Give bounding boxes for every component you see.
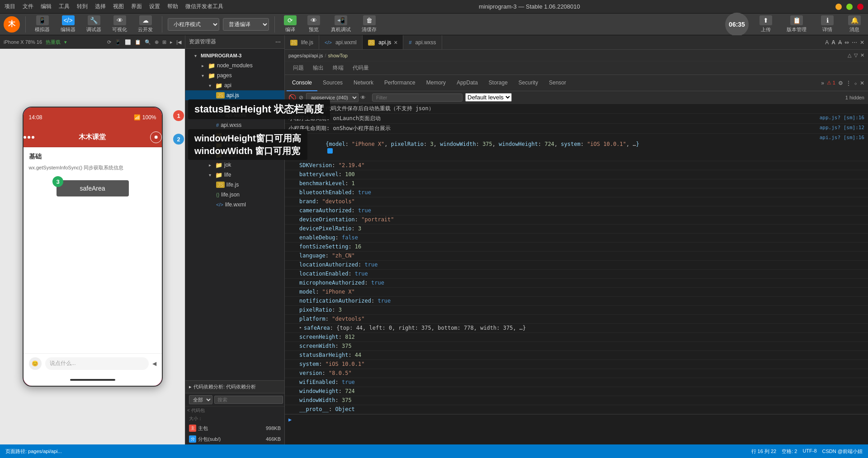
dep-search-input[interactable] bbox=[214, 396, 283, 404]
tree-item-api-js[interactable]: JS api.js bbox=[185, 90, 284, 100]
sub-tab-issues[interactable]: 问题 bbox=[288, 61, 308, 75]
devtools-settings-icon[interactable]: ⚙ bbox=[838, 80, 843, 86]
chat-input[interactable]: 说点什么... bbox=[45, 357, 149, 370]
upload-btn[interactable]: ⬆ 上传 bbox=[756, 14, 776, 35]
tree-item-event[interactable]: ▸ 📁 event bbox=[185, 130, 284, 140]
sub-tab-codemetric[interactable]: 代码量 bbox=[348, 61, 373, 75]
compile-select[interactable]: 普通编译 bbox=[223, 18, 269, 31]
maximize-button[interactable] bbox=[846, 4, 853, 10]
log-source-2[interactable]: app.js? [sm]:16 bbox=[811, 115, 864, 121]
phone-icon-1[interactable]: 📱 bbox=[115, 39, 121, 45]
menu-item-select[interactable]: 选择 bbox=[95, 3, 106, 10]
message-btn[interactable]: 🔔 消息 bbox=[844, 14, 864, 35]
file-tree-more-icon[interactable]: ⋯ bbox=[275, 39, 281, 45]
menu-item-settings[interactable]: 设置 bbox=[149, 3, 160, 10]
phone-record-btn[interactable]: ⏺ bbox=[150, 131, 162, 143]
tree-item-api-wxss[interactable]: # api.wxss bbox=[185, 120, 284, 130]
tree-root[interactable]: ▾ MINIPROGRAM-3 bbox=[185, 51, 284, 61]
devtools-tab-security[interactable]: Security bbox=[513, 75, 543, 91]
tree-item-life-wxml[interactable]: </> life.wxml bbox=[185, 200, 284, 210]
tree-item-pages[interactable]: ▾ 📁 pages bbox=[185, 70, 284, 80]
dep-filter-select[interactable]: 全部 bbox=[189, 395, 212, 404]
debugger-btn[interactable]: 🔧 调试器 bbox=[83, 14, 105, 35]
appservice-select[interactable]: appservice (#40) bbox=[306, 93, 359, 102]
editor-btn[interactable]: </> 编辑器 bbox=[57, 14, 79, 35]
close-button[interactable] bbox=[857, 4, 863, 10]
devtools-more-icon[interactable]: » bbox=[821, 80, 824, 86]
console-input[interactable] bbox=[294, 416, 864, 423]
tab-api-wxss[interactable]: # api.wxss bbox=[403, 35, 442, 50]
tree-item-node-modules[interactable]: ▸ 📁 node_modules bbox=[185, 61, 284, 70]
menu-item-goto[interactable]: 转到 bbox=[77, 3, 88, 10]
hotreload-label[interactable]: 热重载 bbox=[46, 39, 61, 46]
phone-icon-6[interactable]: ⊞ bbox=[162, 39, 166, 45]
simulator-btn[interactable]: 📱 模拟器 bbox=[31, 14, 53, 35]
detail-btn[interactable]: ℹ 详情 bbox=[817, 14, 837, 35]
prohibit-icon[interactable]: 🚫 bbox=[288, 94, 296, 101]
eye-icon[interactable]: 👁 bbox=[360, 94, 366, 101]
tree-item-home[interactable]: ▸ 📁 home bbox=[185, 140, 284, 150]
compile-btn[interactable]: ⟳ 编译 bbox=[280, 14, 300, 35]
font-size-icon[interactable]: A bbox=[825, 39, 829, 46]
tree-item-jok[interactable]: ▸ 📁 jok bbox=[185, 160, 284, 170]
tree-item-life[interactable]: ▾ 📁 life bbox=[185, 170, 284, 180]
dep-section[interactable]: ▸ 代码依赖分析: 代码依赖分析 bbox=[185, 380, 284, 393]
devtools-tab-sources[interactable]: Sources bbox=[317, 75, 348, 91]
visualize-btn[interactable]: 👁 可视化 bbox=[108, 14, 131, 35]
log-source-obj[interactable]: api.js? [sm]:16 bbox=[811, 135, 864, 140]
editor-close-panel-icon[interactable]: ✕ bbox=[860, 52, 864, 58]
clear-cache-btn[interactable]: 🗑 清缓存 bbox=[358, 14, 380, 35]
devtools-tab-console[interactable]: Console bbox=[287, 75, 317, 91]
menu-item-wechat[interactable]: 微信开发者工具 bbox=[185, 3, 223, 10]
tree-item-life-json[interactable]: {} life.json bbox=[185, 190, 284, 200]
editor-more-icon[interactable]: ⋯ bbox=[852, 39, 857, 46]
font-strike-icon[interactable]: A̶ bbox=[838, 39, 842, 46]
console-area[interactable]: [重载] 已开启代码文件保存后自动热重载（不支持 json） 小程序生命周期: … bbox=[285, 104, 868, 444]
hotreload-arrow[interactable]: ▾ bbox=[64, 39, 67, 45]
version-btn[interactable]: 📋 版本管理 bbox=[783, 14, 810, 35]
refresh-icon[interactable]: ⟳ bbox=[107, 39, 111, 45]
log-source-3[interactable]: app.js? [sm]:12 bbox=[811, 125, 864, 131]
tab-api-js[interactable]: JS api.js × bbox=[363, 35, 404, 50]
filter-icon[interactable]: ⊘ bbox=[299, 94, 303, 101]
tree-item-life-js[interactable]: JS life.js bbox=[185, 180, 284, 190]
tree-item-index[interactable]: ▸ 📁 index bbox=[185, 150, 284, 160]
phone-icon-7[interactable]: ▸ bbox=[170, 39, 173, 45]
levels-select[interactable]: Default levels bbox=[465, 93, 512, 102]
editor-up-icon[interactable]: △ bbox=[848, 52, 851, 58]
devtools-tab-performance[interactable]: Performance bbox=[379, 75, 421, 91]
tab-life-js[interactable]: JS life.js bbox=[285, 35, 319, 50]
phone-icon-3[interactable]: 📋 bbox=[135, 39, 141, 45]
devtools-tab-sensor[interactable]: Sensor bbox=[543, 75, 571, 91]
devtools-close-icon[interactable]: ✕ bbox=[860, 80, 864, 86]
editor-down-icon[interactable]: ▽ bbox=[854, 52, 858, 58]
default-levels[interactable]: Default levels bbox=[465, 93, 512, 102]
minimize-button[interactable] bbox=[835, 4, 842, 10]
menu-item-edit[interactable]: 编辑 bbox=[41, 3, 52, 10]
chat-arrow[interactable]: ◀ bbox=[152, 360, 156, 367]
expand-arrow-obj[interactable]: ▾ bbox=[288, 135, 291, 140]
devtools-tab-appdata[interactable]: AppData bbox=[451, 75, 483, 91]
word-wrap-icon[interactable]: ⇔ bbox=[844, 39, 849, 46]
window-controls[interactable] bbox=[835, 4, 863, 10]
devtools-expand-icon[interactable]: ⬦ bbox=[854, 80, 857, 86]
tree-item-api-json[interactable]: {} api.json bbox=[185, 100, 284, 110]
tab-api-wxml[interactable]: </> api.wxml bbox=[319, 35, 363, 50]
menu-item-view[interactable]: 视图 bbox=[113, 3, 124, 10]
devtools-vert-menu[interactable]: ⋮ bbox=[846, 80, 851, 86]
console-filter-input[interactable] bbox=[372, 93, 462, 102]
devtools-tab-memory[interactable]: Memory bbox=[421, 75, 451, 91]
menu-item-file[interactable]: 文件 bbox=[23, 3, 33, 10]
phone-icon-5[interactable]: ⊕ bbox=[155, 39, 159, 45]
menu-item-tool[interactable]: 工具 bbox=[59, 3, 70, 10]
tab-close-btn[interactable]: × bbox=[394, 39, 397, 46]
tree-item-api[interactable]: ▾ 📁 api bbox=[185, 80, 284, 90]
sub-tab-output[interactable]: 输出 bbox=[308, 61, 328, 75]
menu-bar[interactable]: 项目 文件 编辑 工具 转到 选择 视图 界面 设置 帮助 微信开发者工具 bbox=[5, 3, 223, 10]
devtools-tab-network[interactable]: Network bbox=[348, 75, 379, 91]
appservice-selector[interactable]: appservice (#40) 👁 bbox=[306, 93, 366, 102]
cloud-btn[interactable]: ☁ 云开发 bbox=[134, 14, 156, 35]
editor-close-icon[interactable]: ✕ bbox=[860, 39, 864, 46]
real-debug-btn[interactable]: 📲 真机调试 bbox=[327, 14, 354, 35]
devtools-tab-storage[interactable]: Storage bbox=[483, 75, 513, 91]
